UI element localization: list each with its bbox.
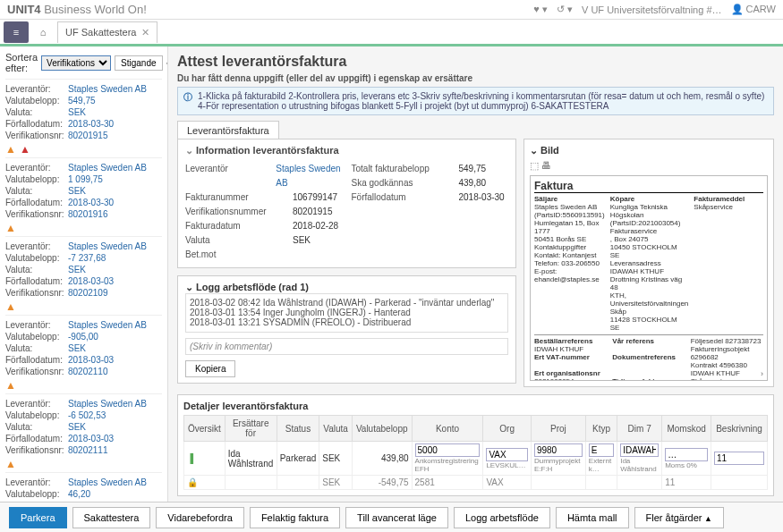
info-icon: ⓘ	[183, 91, 192, 111]
sakattestera-button[interactable]: Sakattestera	[72, 507, 151, 528]
moms-input[interactable]	[665, 448, 708, 461]
logg-button[interactable]: Logg arbetsflöde	[454, 507, 550, 528]
scroll-left-icon[interactable]: ‹	[534, 369, 537, 378]
log-entries: 2018-03-02 08:42 Ida Wåhlstrand (IDAWAH)…	[185, 293, 508, 333]
page-title: Attest leverantörsfaktura	[177, 54, 774, 70]
invoice-image[interactable]: Faktura SäljareStaples Sweden AB (PartsI…	[530, 175, 768, 381]
history-icon[interactable]: ↺ ▾	[557, 4, 573, 15]
besk-input[interactable]	[714, 452, 764, 465]
list-item[interactable]: Leverantör:Staples Sweden ABValutabelopp…	[5, 393, 162, 472]
user-menu[interactable]: 👤 CARW	[731, 4, 776, 15]
copy-button[interactable]: Kopiera	[185, 360, 235, 377]
sort-label: Sortera efter:	[5, 52, 38, 73]
table-row: 🔒 SEK -549,75 2581 VAX 11	[184, 476, 768, 490]
ktyp-input[interactable]	[589, 443, 614, 457]
vidarebefordra-button[interactable]: Vidarebefordra	[156, 507, 244, 528]
proj-input[interactable]	[534, 443, 583, 457]
detail-table: ÖversiktErsättare förStatusValutaValutab…	[183, 415, 768, 490]
bild-title: ⌄ Bild	[530, 145, 768, 156]
page-subtitle: Du har fått denna uppgift (eller del av …	[177, 73, 774, 83]
subtab-faktura[interactable]: Leverantörsfaktura	[177, 121, 279, 139]
tab-sakattestera[interactable]: UF Sakattestera ✕	[57, 21, 157, 43]
menu-icon[interactable]: ≡	[4, 21, 29, 43]
home-icon[interactable]: ⌂	[30, 21, 55, 43]
list-item[interactable]: Leverantör:Staples Sweden ABValutabelopp…	[5, 236, 162, 315]
warning-icon: ▲	[5, 300, 162, 313]
lock-icon: 🔒	[187, 477, 198, 487]
felaktig-button[interactable]: Felaktig faktura	[250, 507, 340, 528]
avancerat-button[interactable]: Till avancerat läge	[345, 507, 448, 528]
table-row[interactable]: ▐ Ida Wåhlstrand Parkerad SEK 439,80 Ank…	[184, 442, 768, 476]
scroll-right-icon[interactable]: ›	[761, 369, 763, 378]
close-icon[interactable]: ✕	[141, 27, 149, 38]
download-icon[interactable]: ⬚	[530, 160, 539, 171]
warning-icon: ▲	[5, 379, 162, 392]
info-panel-title: Information leverantörsfaktura	[185, 145, 508, 156]
print-icon[interactable]: 🖶	[541, 160, 551, 171]
mall-button[interactable]: Hämta mall	[556, 507, 629, 528]
parkera-button[interactable]: Parkera	[9, 507, 67, 528]
log-title: ⌄ Logg arbetsflöde (rad 1)	[185, 282, 508, 293]
list-item[interactable]: Leverantör:Staples Sweden ABValutabelopp…	[5, 315, 162, 393]
supplier-link[interactable]: Staples Sweden AB	[276, 162, 342, 190]
konto-input[interactable]	[415, 443, 481, 457]
row-flag-icon[interactable]: ▐	[187, 453, 193, 463]
warning-icon: ▲▲	[5, 143, 162, 156]
org-menu[interactable]: V UF Universitetsförvaltning #…	[582, 4, 722, 15]
list-item[interactable]: Leverantör:Staples Sweden ABValutabelopp…	[5, 157, 162, 236]
warning-icon: ▲	[5, 458, 162, 470]
fler-button[interactable]: Fler åtgärder	[634, 507, 724, 528]
list-item[interactable]: Leverantör:Staples Sweden ABValutabelopp…	[5, 472, 162, 502]
detail-title: Detaljer leverantörsfaktura	[183, 401, 768, 411]
brand: UNIT4 Business World On!	[7, 3, 147, 16]
info-banner: ⓘ 1-Klicka på fakturabild 2-Kontrollera …	[177, 87, 774, 115]
dim7-input[interactable]	[620, 443, 659, 457]
tab-label: UF Sakattestera	[65, 27, 136, 38]
warning-icon: ▲	[5, 222, 162, 234]
comment-input[interactable]: (Skriv in kommentar)	[185, 338, 508, 355]
sort-field[interactable]: Verifikations	[41, 55, 111, 71]
list-item[interactable]: Leverantör:Staples Sweden ABValutabelopp…	[5, 79, 162, 157]
fav-icon[interactable]: ♥ ▾	[533, 4, 548, 15]
sort-order[interactable]: Stigande	[115, 55, 162, 71]
org-input[interactable]	[486, 448, 528, 461]
